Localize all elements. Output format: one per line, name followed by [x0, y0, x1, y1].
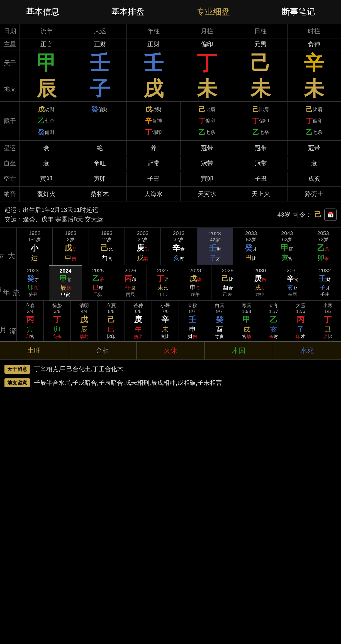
dayun-col-1[interactable]: 1983 2岁 戊劫 申伤 — [53, 228, 89, 265]
star-5: 食神 — [287, 38, 341, 50]
liuyue-cols: 立春 2/4 丙 寅 印官 惊蛰 3/5 丁 卯 枭杀 清明 4/4 戊 辰 劫… — [17, 301, 341, 341]
liuyue-col-4[interactable]: 芒种 6/5 庚 午 伤枭 — [125, 301, 152, 341]
xingyun-4: 冠带 — [234, 141, 288, 155]
xingyun-cells: 衰 绝 养 冠带 冠带 冠带 — [20, 141, 341, 155]
liunian-cols: 2023 癸才 卯杀 癸丑 2024 甲官 辰劫 甲寅 2025 乙杀 巳印 乙… — [17, 265, 341, 300]
canggan-col-1: 癸偏财 — [73, 102, 127, 140]
nav-item-3[interactable]: 断事笔记 — [256, 0, 341, 24]
liunian-col-3[interactable]: 2026 丙印 午枭 丙辰 — [114, 265, 147, 300]
label-zhuxing: 主星 — [0, 38, 20, 50]
dz-char-0: 辰 — [36, 77, 57, 100]
liunian-col-1[interactable]: 2024 甲官 辰劫 甲寅 — [49, 265, 82, 300]
qiyun-line1: 起运：出生后1年2月13天11时起运 — [4, 206, 276, 214]
kongwang-2: 子丑 — [127, 172, 181, 186]
xingyun-0: 衰 — [20, 141, 73, 155]
dz-char-5: 未 — [304, 77, 324, 100]
liuyue-col-1[interactable]: 惊蛰 3/5 丁 卯 枭杀 — [44, 301, 71, 341]
label-tiangan: 天干 — [0, 50, 20, 76]
header-yuezhu: 月柱 — [180, 24, 234, 38]
zizuo-3: 冠带 — [181, 156, 234, 170]
nayin-1: 桑柘木 — [73, 187, 127, 201]
notes-item-1: 地支留意 子辰半合水局,子戌暗合,子辰暗合,戌未相刑,辰戌相冲,戌相破,子未相害 — [4, 378, 337, 388]
liuyue-section: 流 月 立春 2/4 丙 寅 印官 惊蛰 3/5 丁 卯 枭杀 清明 4/4 — [0, 300, 341, 341]
qiyun-section: 起运：出生后1年2月13天11时起运 交运：逢癸、戊年 寒露后8天 交大运 43… — [0, 202, 341, 228]
nayin-3: 天河水 — [181, 187, 234, 201]
tg-5: 辛 — [287, 50, 341, 76]
canggan-item-0-0: 戊劫财 — [21, 104, 72, 115]
dayun-cols: 1982 1~1岁 小 运 1983 2岁 戊劫 申伤 1993 12岁 — [17, 228, 341, 265]
nayin-row: 纳音 覆灯火 桑柘木 大海水 天河水 天上火 路旁土 — [0, 187, 341, 202]
nav-item-0[interactable]: 基本信息 — [0, 0, 85, 24]
tg-char-3: 丁 — [197, 52, 217, 74]
notes-text-0: 丁辛相克,甲己合化土,丁壬合化木 — [34, 364, 123, 374]
dz-char-2: 戌 — [143, 77, 164, 100]
zizuo-cells: 衰 帝旺 冠带 冠带 冠带 衰 — [20, 156, 341, 170]
liunian-col-7[interactable]: 2030 庚伤 戌劫 庚申 — [244, 265, 276, 300]
dayun-col-4[interactable]: 2013 32岁 辛食 亥财 — [161, 228, 197, 265]
tg-char-5: 辛 — [304, 52, 324, 74]
liuyue-col-3[interactable]: 立夏 5/5 己 巳 比印 — [98, 301, 125, 341]
wuxing-tu: 土旺 — [0, 342, 68, 359]
dayun-col-6[interactable]: 2033 52岁 癸才 丑比 — [233, 228, 269, 265]
canggan-item-0-1: 乙七杀 — [21, 115, 72, 127]
canggan-col-4: 己比肩 丁偏印 乙七杀 — [234, 102, 288, 140]
liuyue-col-0[interactable]: 立春 2/4 丙 寅 印官 — [17, 301, 44, 341]
kongwang-row: 空亡 寅卯 寅卯 子丑 寅卯 子丑 戌亥 — [0, 171, 341, 187]
zizuo-5: 衰 — [288, 156, 341, 170]
liunian-col-0[interactable]: 2023 癸才 卯杀 癸丑 — [17, 265, 49, 300]
canggan-item-4-2: 乙七杀 — [235, 127, 286, 138]
nayin-cells: 覆灯火 桑柘木 大海水 天河水 天上火 路旁土 — [20, 187, 341, 201]
dz-4: 未 — [234, 76, 287, 102]
calendar-icon[interactable]: 📅 — [324, 209, 337, 221]
canggan-item-5-2: 乙七杀 — [289, 127, 340, 138]
header-rizhu: 日柱 — [234, 24, 287, 38]
qiyun-age: 43岁 — [277, 210, 290, 219]
liuyue-col-8[interactable]: 寒露 10/8 甲 戌 官劫 — [233, 301, 260, 341]
tg-4: 己 — [234, 50, 287, 76]
dayun-col-8[interactable]: 2053 72岁 乙杀 卯杀 — [305, 228, 341, 265]
liunian-col-9[interactable]: 2032 壬财 子才 壬戌 — [309, 265, 341, 300]
star-1: 正财 — [73, 38, 127, 50]
dayun-col-7[interactable]: 2043 62岁 甲官 寅官 — [269, 228, 305, 265]
nayin-0: 覆灯火 — [20, 187, 73, 201]
dayun-col-5[interactable]: 2023 42岁 壬财 子才 — [197, 228, 233, 265]
dayun-col-0[interactable]: 1982 1~1岁 小 运 — [17, 228, 53, 265]
nav-item-1[interactable]: 基本排盘 — [85, 0, 170, 24]
notes-item-0: 天干留意 丁辛相克,甲己合化土,丁壬合化木 — [4, 364, 337, 374]
liunian-col-8[interactable]: 2031 辛食 亥财 辛酉 — [276, 265, 309, 300]
header-nianzhu: 年柱 — [127, 24, 180, 38]
liunian-col-2[interactable]: 2025 乙杀 巳印 乙卯 — [82, 265, 114, 300]
wuxing-huo: 火休 — [137, 342, 205, 359]
liuyue-col-5[interactable]: 小暑 7/6 辛 未 食比 — [152, 301, 179, 341]
tg-char-1: 壬 — [90, 52, 110, 74]
liuyue-col-10[interactable]: 大雪 12/6 丙 子 印才 — [287, 301, 314, 341]
tg-0: 甲 — [20, 50, 73, 76]
zizuo-label: 自坐 — [0, 156, 20, 171]
liuyue-col-9[interactable]: 立冬 11/7 乙 亥 杀财 — [260, 301, 287, 341]
dayun-col-3[interactable]: 2003 22岁 庚伤 戌劫 — [125, 228, 161, 265]
nav-item-2[interactable]: 专业细盘 — [170, 0, 256, 24]
notes-badge-1: 地支留意 — [4, 378, 30, 387]
xingyun-2: 养 — [127, 141, 181, 155]
kongwang-4: 子丑 — [234, 172, 288, 186]
liuyue-label: 流 月 — [0, 301, 17, 341]
liuyue-col-6[interactable]: 立秋 8/7 壬 申 财伤 — [179, 301, 206, 341]
dz-char-4: 未 — [250, 77, 271, 100]
dayun-col-2[interactable]: 1993 12岁 己比 酉食 — [89, 228, 125, 265]
canggan-item-1-0: 癸偏财 — [74, 104, 126, 115]
zizuo-0: 衰 — [20, 156, 73, 170]
liuyue-col-7[interactable]: 白露 9/7 癸 酉 才食 — [206, 301, 233, 341]
kongwang-3: 寅卯 — [181, 172, 234, 186]
canggan-item-5-0: 己比肩 — [289, 104, 340, 115]
canggan-item-3-2: 乙七杀 — [182, 127, 233, 138]
xingyun-label: 星运 — [0, 141, 20, 156]
zizuo-1: 帝旺 — [73, 156, 127, 170]
liunian-col-6[interactable]: 2029 己比 酉食 己未 — [211, 265, 244, 300]
liuyue-col-2[interactable]: 清明 4/4 戊 辰 劫劫 — [71, 301, 98, 341]
liuyue-col-11[interactable]: 小寒 1/5 丁 丑 枭比 — [314, 301, 341, 341]
nayin-2: 大海水 — [127, 187, 181, 201]
kongwang-5: 戌亥 — [288, 172, 341, 186]
star-3: 偏印 — [180, 38, 234, 50]
liunian-col-4[interactable]: 2027 丁枭 未比 丁巳 — [147, 265, 179, 300]
liunian-col-5[interactable]: 2028 戊劫 申伤 戊午 — [179, 265, 211, 300]
